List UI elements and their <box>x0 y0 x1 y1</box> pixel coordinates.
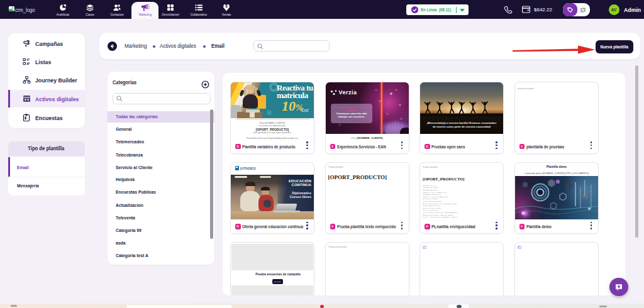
svg-text:$: $ <box>225 4 228 9</box>
